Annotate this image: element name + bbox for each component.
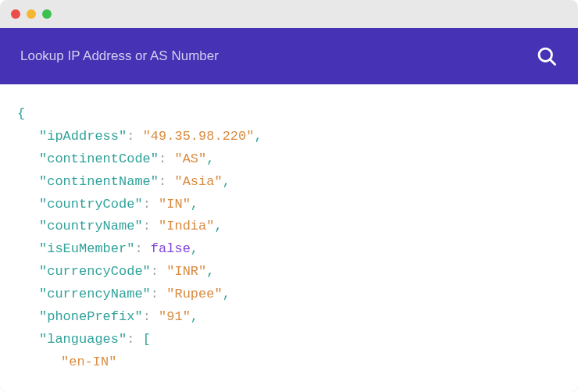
json-key: "currencyCode" — [39, 264, 151, 279]
close-icon[interactable] — [11, 9, 20, 19]
json-value: "INR" — [166, 264, 206, 279]
json-response-area: { "ipAddress": "49.35.98.220","continent… — [0, 84, 578, 392]
code-line: "continentName": "Asia", — [17, 171, 561, 194]
json-value: "Asia" — [174, 174, 222, 189]
code-line: "continentCode": "AS", — [17, 148, 561, 171]
search-icon[interactable] — [536, 45, 558, 67]
json-key: "ipAddress" — [39, 129, 127, 144]
json-value: "49.35.98.220" — [143, 129, 255, 144]
search-bar[interactable]: Lookup IP Address or AS Number — [0, 28, 578, 84]
json-key: "countryCode" — [39, 197, 143, 212]
maximize-icon[interactable] — [42, 9, 52, 19]
code-line: "countryCode": "IN", — [17, 194, 561, 216]
json-key: "countryName" — [39, 219, 143, 233]
minimize-icon[interactable] — [27, 9, 36, 19]
json-value: "Rupee" — [166, 287, 222, 301]
json-key: "isEuMember" — [39, 241, 134, 256]
json-key: "currencyName" — [39, 287, 151, 301]
json-value: "IN" — [159, 197, 191, 212]
code-line: "currencyCode": "INR", — [17, 261, 561, 283]
app-window: Lookup IP Address or AS Number { "ipAddr… — [0, 0, 578, 392]
json-value: "India" — [159, 219, 214, 233]
code-line: "languages": [ — [17, 329, 561, 351]
code-line: "currencyName": "Rupee", — [17, 283, 561, 306]
json-key: "phonePrefix" — [39, 309, 143, 324]
code-line: "isEuMember": false, — [17, 238, 561, 261]
search-placeholder: Lookup IP Address or AS Number — [20, 48, 219, 64]
json-value: "AS" — [174, 151, 206, 166]
json-key: "continentCode" — [39, 151, 159, 166]
code-line: "countryName": "India", — [17, 216, 561, 238]
json-key: "continentName" — [39, 174, 159, 189]
window-titlebar — [0, 0, 578, 28]
json-value: false — [151, 241, 191, 256]
svg-line-1 — [550, 59, 555, 64]
json-value: "91" — [159, 309, 191, 324]
code-line: "phonePrefix": "91", — [17, 306, 561, 329]
code-line: "ipAddress": "49.35.98.220", — [17, 126, 561, 148]
code-line: { — [17, 103, 561, 126]
code-line: "en-IN" — [17, 351, 561, 374]
